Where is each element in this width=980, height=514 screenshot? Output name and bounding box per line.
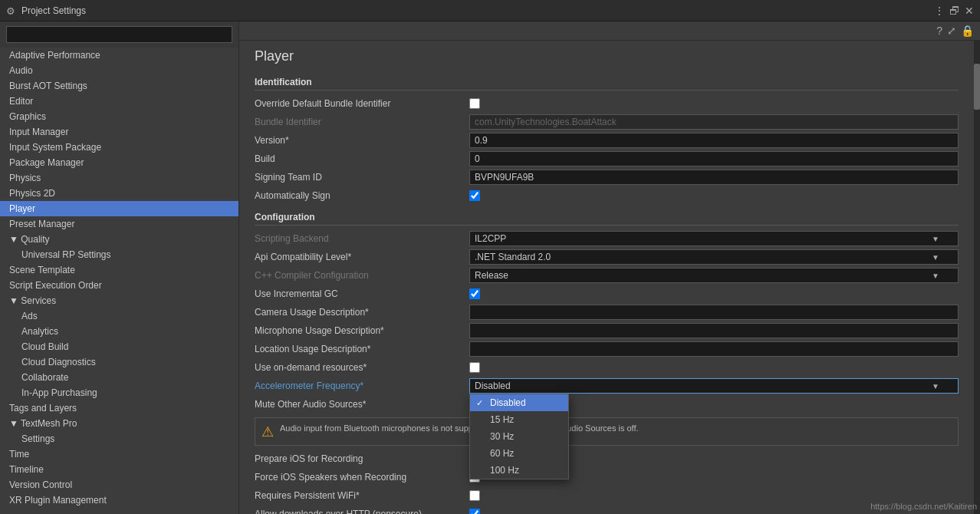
form-row-build: Build <box>255 150 959 167</box>
help-icon[interactable]: ? <box>936 25 942 37</box>
input-build[interactable] <box>469 151 959 166</box>
sidebar-item-timeline[interactable]: Timeline <box>0 462 238 477</box>
dropdown-option-30hz[interactable]: 30 Hz <box>470 428 568 445</box>
sidebar-item-cloud-build[interactable]: Cloud Build <box>0 339 238 354</box>
sidebar-item-scene-template[interactable]: Scene Template <box>0 262 238 278</box>
form-row-persistent-wifi: Requires Persistent WiFi* <box>255 487 959 504</box>
sidebar-item-burst-aot-settings[interactable]: Burst AOT Settings <box>0 78 238 94</box>
sidebar-item-services[interactable]: ▼ Services <box>0 293 238 308</box>
sidebar-item-textmesh-pro[interactable]: ▼ TextMesh Pro <box>0 416 238 431</box>
label-mute-audio: Mute Other Audio Sources* <box>255 399 469 410</box>
dropdown-option-disabled[interactable]: ✓ Disabled <box>470 394 568 411</box>
configuration-header: Configuration <box>255 212 959 226</box>
sidebar-item-in-app-purchasing[interactable]: In-App Purchasing <box>0 385 238 400</box>
input-microphone-usage[interactable] <box>469 323 959 338</box>
sidebar-item-player[interactable]: Player <box>0 201 238 216</box>
checkbox-incremental-gc[interactable] <box>469 288 480 299</box>
input-signing-team-id[interactable] <box>469 170 959 185</box>
form-row-cpp-compiler: C++ Compiler Configuration Release ▼ <box>255 267 959 284</box>
window-close-icon[interactable]: ✕ <box>965 5 974 17</box>
form-row-accelerometer: Accelerometer Frequency* Disabled ▼ ✓ Di… <box>255 377 959 394</box>
checkbox-http[interactable] <box>469 509 480 514</box>
input-version[interactable] <box>469 133 959 148</box>
dropdown-accelerometer-btn[interactable]: Disabled ▼ <box>469 378 959 394</box>
sidebar-item-universal-rp-settings[interactable]: Universal RP Settings <box>0 247 238 262</box>
sidebar-item-analytics[interactable]: Analytics <box>0 324 238 339</box>
sidebar-item-tags-and-layers[interactable]: Tags and Layers <box>0 400 238 416</box>
dropdown-cpp-compiler-arrow: ▼ <box>932 272 939 280</box>
sidebar-item-settings[interactable]: Settings <box>0 431 238 446</box>
sidebar-item-quality[interactable]: ▼ Quality <box>0 232 238 247</box>
dropdown-accelerometer[interactable]: Disabled ▼ ✓ Disabled <box>469 378 959 394</box>
label-persistent-wifi: Requires Persistent WiFi* <box>255 490 469 501</box>
option-label-15hz: 15 Hz <box>490 414 514 425</box>
window-minimize-icon[interactable]: 🗗 <box>949 5 960 17</box>
sidebar-item-script-execution-order[interactable]: Script Execution Order <box>0 278 238 293</box>
page-title: Player <box>255 48 959 64</box>
input-bundle-identifier[interactable] <box>469 114 959 130</box>
search-input[interactable] <box>6 26 232 43</box>
expand-icon[interactable]: ⤢ <box>947 25 956 37</box>
sidebar-item-graphics[interactable]: Graphics <box>0 109 238 124</box>
dropdown-cpp-compiler[interactable]: Release ▼ <box>469 268 959 283</box>
label-scripting-backend: Scripting Backend <box>255 233 469 244</box>
form-row-bundle-identifier: Bundle Identifier <box>255 114 959 130</box>
dropdown-accelerometer-menu[interactable]: ✓ Disabled 15 Hz 30 Hz <box>469 394 569 479</box>
sidebar-item-editor[interactable]: Editor <box>0 94 238 109</box>
title-bar-title: Project Settings <box>21 5 934 16</box>
dropdown-option-100hz[interactable]: 100 Hz <box>470 462 568 479</box>
sidebar-item-xr-plugin-management[interactable]: XR Plugin Management <box>0 493 238 508</box>
dropdown-option-60hz[interactable]: 60 Hz <box>470 445 568 462</box>
label-api-compat: Api Compatibility Level* <box>255 252 469 262</box>
dropdown-api-compat[interactable]: .NET Standard 2.0 ▼ <box>469 249 959 265</box>
label-version: Version* <box>255 135 469 146</box>
sidebar-item-ads[interactable]: Ads <box>0 308 238 324</box>
dropdown-cpp-compiler-btn[interactable]: Release ▼ <box>469 268 959 283</box>
option-label-30hz: 30 Hz <box>490 431 514 442</box>
lock-icon[interactable]: 🔒 <box>961 25 974 37</box>
title-bar-controls[interactable]: ⋮ 🗗 ✕ <box>934 5 974 17</box>
dropdown-scripting-backend-btn[interactable]: IL2CPP ▼ <box>469 231 959 246</box>
form-row-force-speakers: Force iOS Speakers when Recording <box>255 469 959 486</box>
checkbox-override-bundle[interactable] <box>469 98 480 109</box>
sidebar-item-version-control[interactable]: Version Control <box>0 477 238 493</box>
option-label-60hz: 60 Hz <box>490 448 514 459</box>
label-force-speakers: Force iOS Speakers when Recording <box>255 472 469 483</box>
form-row-http: Allow downloads over HTTP (nonsecure) <box>255 506 959 514</box>
input-location-usage[interactable] <box>469 341 959 357</box>
sidebar-item-input-system-package[interactable]: Input System Package <box>0 140 238 155</box>
sidebar-item-physics-2d[interactable]: Physics 2D <box>0 186 238 201</box>
checkbox-on-demand[interactable] <box>469 362 480 373</box>
sidebar-item-physics[interactable]: Physics <box>0 170 238 186</box>
title-bar-icon: ⚙ <box>6 5 17 16</box>
dropdown-api-compat-btn[interactable]: .NET Standard 2.0 ▼ <box>469 249 959 265</box>
dropdown-option-15hz[interactable]: 15 Hz <box>470 411 568 428</box>
input-camera-usage[interactable] <box>469 305 959 320</box>
dropdown-api-compat-arrow: ▼ <box>932 253 939 262</box>
sidebar-item-cloud-diagnostics[interactable]: Cloud Diagnostics <box>0 354 238 370</box>
label-microphone-usage: Microphone Usage Description* <box>255 325 469 336</box>
dropdown-cpp-compiler-value: Release <box>475 270 508 281</box>
checkbox-persistent-wifi[interactable] <box>469 490 480 501</box>
window-menu-icon[interactable]: ⋮ <box>934 5 945 17</box>
sidebar: Adaptive PerformanceAudioBurst AOT Setti… <box>0 21 239 514</box>
scrollbar-thumb[interactable] <box>974 64 980 110</box>
sidebar-item-input-manager[interactable]: Input Manager <box>0 124 238 140</box>
sidebar-item-adaptive-performance[interactable]: Adaptive Performance <box>0 48 238 63</box>
label-bundle-identifier: Bundle Identifier <box>255 117 469 127</box>
search-bar <box>0 21 238 48</box>
sidebar-item-time[interactable]: Time <box>0 446 238 462</box>
form-row-scripting-backend: Scripting Backend IL2CPP ▼ <box>255 230 959 247</box>
sidebar-item-preset-manager[interactable]: Preset Manager <box>0 216 238 232</box>
sidebar-item-package-manager[interactable]: Package Manager <box>0 155 238 170</box>
label-cpp-compiler: C++ Compiler Configuration <box>255 270 469 281</box>
warning-text: Audio input from Bluetooth microphones i… <box>280 423 639 434</box>
dropdown-scripting-backend[interactable]: IL2CPP ▼ <box>469 231 959 246</box>
label-build: Build <box>255 153 469 164</box>
checkbox-auto-sign[interactable] <box>469 190 480 201</box>
label-http: Allow downloads over HTTP (nonsecure) <box>255 509 469 514</box>
vertical-scrollbar[interactable] <box>974 41 980 514</box>
label-prepare-ios: Prepare iOS for Recording <box>255 453 469 464</box>
sidebar-item-collaborate[interactable]: Collaborate <box>0 370 238 385</box>
sidebar-item-audio[interactable]: Audio <box>0 63 238 78</box>
